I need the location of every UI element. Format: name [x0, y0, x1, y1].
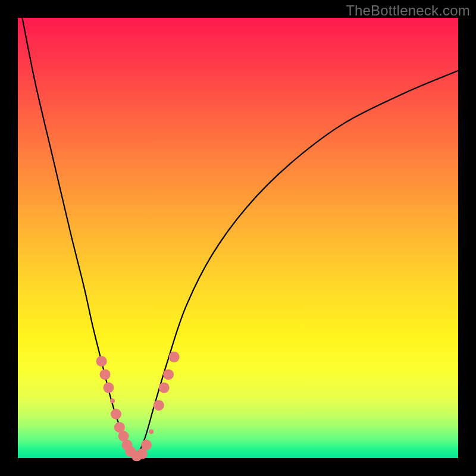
marker-bead [149, 430, 154, 434]
marker-bead [169, 352, 180, 362]
right-branch-curve [137, 71, 458, 458]
chart-svg [18, 18, 458, 458]
marker-bead [103, 383, 114, 393]
watermark-text: TheBottleneck.com [346, 2, 470, 19]
marker-bead [110, 399, 115, 403]
marker-bead [163, 369, 174, 380]
left-branch-curve [22, 18, 136, 458]
marker-bead [100, 369, 111, 380]
marker-group [96, 352, 180, 462]
plot-area [18, 18, 458, 458]
marker-bead [96, 356, 107, 367]
marker-bead [159, 383, 170, 393]
marker-bead [141, 440, 152, 450]
marker-bead [111, 409, 121, 419]
marker-bead [154, 400, 164, 411]
